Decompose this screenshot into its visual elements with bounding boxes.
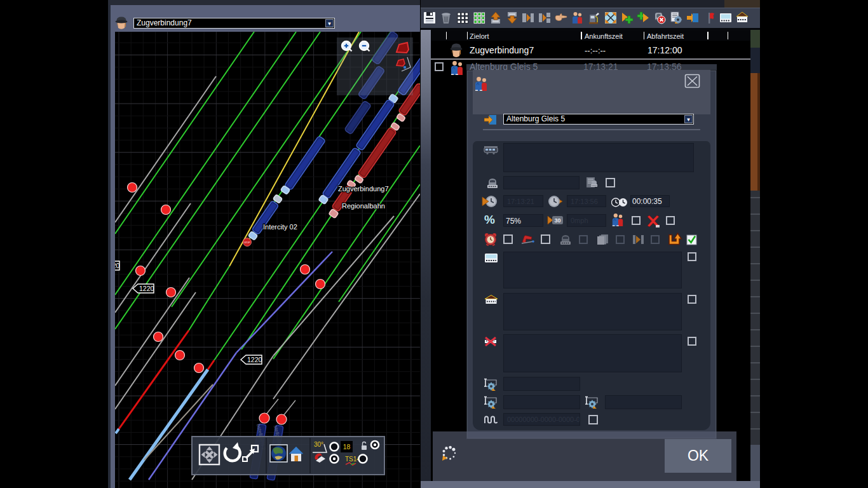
svg-text:30: 30 — [554, 217, 560, 224]
svg-text:1220: 1220 — [105, 262, 120, 269]
svg-text:1220: 1220 — [247, 356, 262, 363]
svg-text:30°: 30° — [314, 441, 323, 448]
svg-text:1220: 1220 — [139, 285, 154, 292]
svg-text:Intercity 02: Intercity 02 — [263, 223, 297, 231]
svg-text:Zugverbindung7: Zugverbindung7 — [338, 185, 389, 193]
svg-text:18: 18 — [343, 443, 351, 451]
svg-text:Regionalbahn: Regionalbahn — [342, 202, 385, 210]
svg-text:STOP: STOP — [244, 241, 250, 244]
